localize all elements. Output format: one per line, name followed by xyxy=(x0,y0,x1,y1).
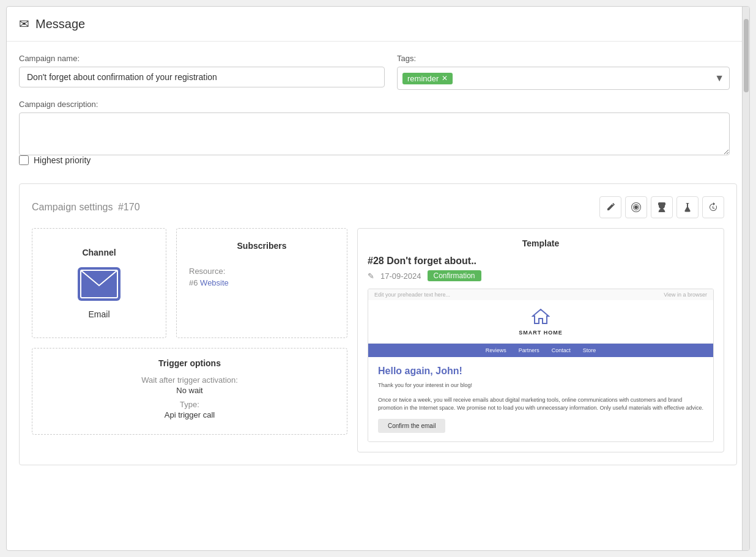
panel-id: #170 xyxy=(118,202,140,212)
preview-para2: Once or twice a week, you will receive e… xyxy=(378,396,703,413)
panel-header: Campaign settings #170 xyxy=(32,196,724,218)
preview-para1: Thank you for your interest in our blog! xyxy=(378,382,703,390)
scrollbar[interactable] xyxy=(742,7,749,550)
tags-input-container[interactable]: reminder ✕ ▼ xyxy=(397,67,730,90)
panel-actions xyxy=(599,196,724,218)
bottom-section: Channel Email Subscrib xyxy=(32,228,724,452)
template-date: 17-09-2024 xyxy=(380,271,421,281)
trigger-card: Trigger options Wait after trigger activ… xyxy=(32,348,347,435)
description-group: Campaign description: xyxy=(19,100,730,155)
highest-priority-label: Highest priority xyxy=(34,155,91,165)
logo-text: SMART HOME xyxy=(519,330,563,336)
resource-label: Resource: xyxy=(189,267,335,276)
channel-subscribers-row: Channel Email Subscrib xyxy=(32,228,347,338)
campaign-settings-panel: Campaign settings #170 xyxy=(19,183,737,465)
envelope-icon: ✉ xyxy=(19,17,29,31)
trigger-wait-label: Wait after trigger activation: xyxy=(141,375,238,385)
tags-label: Tags: xyxy=(397,54,730,63)
nav-partners: Partners xyxy=(519,347,539,353)
template-name: Don't forget about.. xyxy=(387,256,476,266)
template-header: #28 Don't forget about.. ✎ 17-09-2024 Co… xyxy=(368,256,714,281)
svg-rect-0 xyxy=(78,267,120,301)
email-preview: Edit your preheader text here... View in… xyxy=(368,289,714,442)
nav-reviews: Reviews xyxy=(486,347,506,353)
tag-badge-text: reminder xyxy=(407,74,439,83)
subscribers-title: Subscribers xyxy=(189,241,335,251)
flask-icon xyxy=(683,202,692,212)
campaign-name-group: Campaign name: xyxy=(19,54,385,90)
template-id-title: #28 Don't forget about.. xyxy=(368,256,714,267)
highest-priority-checkbox[interactable] xyxy=(19,155,29,165)
smart-home-logo: SMART HOME xyxy=(519,308,563,336)
confirm-email-button[interactable]: Confirm the email xyxy=(378,419,445,433)
page-header: ✉ Message xyxy=(7,7,742,42)
resource-id: #6 xyxy=(189,278,198,287)
template-card: Template #28 Don't forget about.. ✎ 17-0… xyxy=(357,228,724,452)
tags-group: Tags: reminder ✕ ▼ xyxy=(397,54,730,90)
preview-preheader: Edit your preheader text here... View in… xyxy=(368,289,713,300)
channel-title: Channel xyxy=(45,248,154,257)
flask-button[interactable] xyxy=(676,196,699,218)
house-svg xyxy=(532,308,550,325)
description-textarea[interactable] xyxy=(19,113,730,155)
tag-remove-button[interactable]: ✕ xyxy=(442,74,448,83)
preview-hello: Hello again, John! xyxy=(378,366,703,377)
channel-card: Channel Email xyxy=(32,228,166,338)
trigger-title: Trigger options xyxy=(158,358,221,368)
preheader-right: View in a browser xyxy=(664,292,707,298)
preview-body: Hello again, John! Thank you for your in… xyxy=(368,357,713,441)
template-edit-icon[interactable]: ✎ xyxy=(368,271,374,281)
trigger-type-value: Api trigger call xyxy=(165,410,215,419)
form-row-top: Campaign name: Tags: reminder ✕ ▼ xyxy=(19,54,730,90)
panel-title-text: Campaign settings xyxy=(32,202,113,212)
history-icon xyxy=(708,202,718,212)
template-badge: Confirmation xyxy=(428,270,481,281)
nav-store: Store xyxy=(583,347,596,353)
subscribers-content: Resource: #6 Website xyxy=(189,260,335,287)
main-container: ✉ Message Campaign name: Tags: reminder … xyxy=(6,6,750,551)
description-label: Campaign description: xyxy=(19,100,730,109)
campaign-name-input[interactable] xyxy=(19,67,385,87)
trigger-wait-value: No wait xyxy=(176,386,202,395)
trigger-type-label: Type: xyxy=(180,400,199,409)
tag-badge-reminder: reminder ✕ xyxy=(402,73,453,84)
template-meta: ✎ 17-09-2024 Confirmation xyxy=(368,270,714,281)
highest-priority-row: Highest priority xyxy=(19,155,730,165)
preview-logo-area: SMART HOME xyxy=(368,300,713,344)
subscribers-card: Subscribers Resource: #6 Website xyxy=(176,228,347,338)
chart-icon xyxy=(631,202,641,212)
resource-link-anchor[interactable]: Website xyxy=(200,278,229,287)
hourglass-button[interactable] xyxy=(651,196,673,218)
campaign-name-label: Campaign name: xyxy=(19,54,385,63)
panel-title: Campaign settings #170 xyxy=(32,202,140,213)
edit-icon xyxy=(606,202,615,212)
left-column: Channel Email Subscrib xyxy=(32,228,347,452)
preheader-left: Edit your preheader text here... xyxy=(374,292,450,298)
edit-button[interactable] xyxy=(599,196,621,218)
form-section: Campaign name: Tags: reminder ✕ ▼ Campai… xyxy=(7,42,742,183)
scrollbar-thumb xyxy=(744,19,749,92)
history-button[interactable] xyxy=(702,196,724,218)
email-icon-svg xyxy=(78,267,120,301)
template-id: #28 xyxy=(368,256,384,266)
tags-dropdown-arrow[interactable]: ▼ xyxy=(714,73,724,84)
page-title: Message xyxy=(35,17,85,31)
nav-contact: Contact xyxy=(552,347,571,353)
resource-link: #6 Website xyxy=(189,278,335,287)
hourglass-icon xyxy=(657,202,667,212)
preview-nav: Reviews Partners Contact Store xyxy=(368,344,713,357)
template-card-title: Template xyxy=(368,238,714,248)
email-icon-wrapper xyxy=(78,267,120,303)
logo-house-icon xyxy=(532,308,550,328)
chart-button[interactable] xyxy=(625,196,647,218)
channel-name: Email xyxy=(88,309,109,319)
